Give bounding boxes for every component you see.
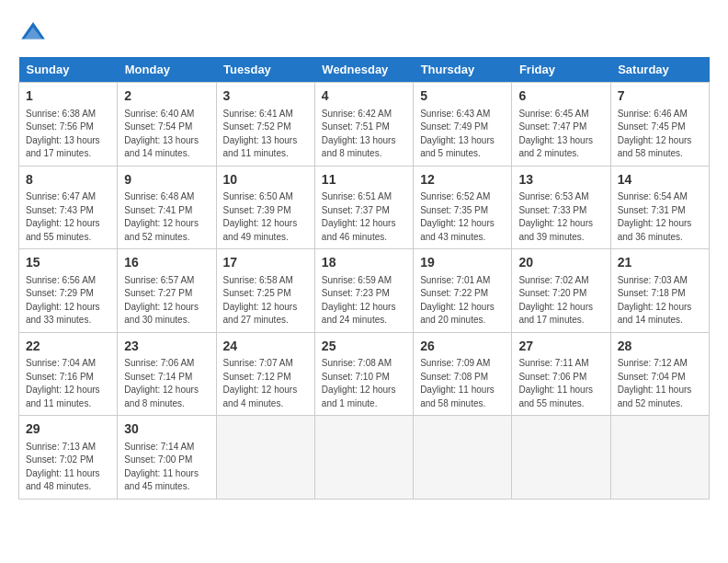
calendar-cell: 10Sunrise: 6:50 AMSunset: 7:39 PMDayligh…	[216, 166, 314, 249]
day-number: 20	[518, 254, 603, 272]
day-info: Sunrise: 6:43 AMSunset: 7:49 PMDaylight:…	[420, 108, 505, 161]
logo	[18, 18, 51, 48]
day-info: Sunrise: 6:42 AMSunset: 7:51 PMDaylight:…	[322, 108, 406, 161]
day-number: 10	[223, 171, 308, 190]
calendar-cell	[314, 416, 413, 500]
calendar-cell	[414, 416, 512, 500]
day-info: Sunrise: 7:14 AMSunset: 7:00 PMDaylight:…	[124, 441, 209, 494]
calendar-cell: 5Sunrise: 6:43 AMSunset: 7:49 PMDaylight…	[414, 83, 512, 167]
day-number: 21	[618, 254, 702, 272]
day-number: 27	[518, 338, 603, 356]
calendar-cell: 12Sunrise: 6:52 AMSunset: 7:35 PMDayligh…	[414, 166, 512, 249]
day-info: Sunrise: 7:06 AMSunset: 7:14 PMDaylight:…	[124, 357, 209, 410]
weekday-header-wednesday: Wednesday	[314, 57, 413, 83]
day-number: 18	[322, 254, 406, 272]
day-number: 2	[124, 87, 209, 106]
day-number: 9	[124, 171, 209, 190]
day-info: Sunrise: 6:56 AMSunset: 7:29 PMDaylight:…	[26, 274, 110, 327]
day-number: 11	[322, 171, 406, 190]
calendar-cell: 28Sunrise: 7:12 AMSunset: 7:04 PMDayligh…	[610, 332, 709, 416]
day-info: Sunrise: 6:59 AMSunset: 7:23 PMDaylight:…	[322, 274, 406, 327]
day-number: 12	[420, 171, 505, 190]
calendar-cell: 7Sunrise: 6:46 AMSunset: 7:45 PMDaylight…	[610, 83, 709, 167]
day-number: 29	[26, 420, 110, 439]
day-info: Sunrise: 6:58 AMSunset: 7:25 PMDaylight:…	[223, 274, 308, 327]
day-number: 15	[26, 254, 110, 272]
day-number: 1	[26, 87, 110, 106]
day-number: 17	[223, 254, 308, 272]
calendar-cell: 25Sunrise: 7:08 AMSunset: 7:10 PMDayligh…	[314, 332, 413, 416]
calendar-cell: 3Sunrise: 6:41 AMSunset: 7:52 PMDaylight…	[216, 83, 314, 167]
calendar-cell: 24Sunrise: 7:07 AMSunset: 7:12 PMDayligh…	[216, 332, 314, 416]
calendar-week-4: 22Sunrise: 7:04 AMSunset: 7:16 PMDayligh…	[19, 332, 710, 416]
calendar-cell: 29Sunrise: 7:13 AMSunset: 7:02 PMDayligh…	[19, 416, 118, 500]
calendar-cell: 17Sunrise: 6:58 AMSunset: 7:25 PMDayligh…	[216, 249, 314, 333]
calendar-cell: 11Sunrise: 6:51 AMSunset: 7:37 PMDayligh…	[314, 166, 413, 249]
day-number: 3	[223, 87, 308, 106]
day-info: Sunrise: 6:40 AMSunset: 7:54 PMDaylight:…	[124, 108, 209, 161]
calendar-week-1: 1Sunrise: 6:38 AMSunset: 7:56 PMDaylight…	[19, 83, 710, 167]
calendar-cell: 1Sunrise: 6:38 AMSunset: 7:56 PMDaylight…	[19, 83, 118, 167]
calendar-cell: 23Sunrise: 7:06 AMSunset: 7:14 PMDayligh…	[118, 332, 216, 416]
weekday-header-sunday: Sunday	[19, 57, 118, 83]
day-info: Sunrise: 6:38 AMSunset: 7:56 PMDaylight:…	[26, 108, 110, 161]
calendar-cell: 19Sunrise: 7:01 AMSunset: 7:22 PMDayligh…	[414, 249, 512, 333]
calendar-cell	[610, 416, 709, 500]
calendar-cell	[216, 416, 314, 500]
day-number: 7	[618, 87, 702, 106]
day-number: 5	[420, 87, 505, 106]
day-number: 25	[322, 338, 406, 356]
calendar-week-2: 8Sunrise: 6:47 AMSunset: 7:43 PMDaylight…	[19, 166, 710, 249]
calendar-cell: 20Sunrise: 7:02 AMSunset: 7:20 PMDayligh…	[512, 249, 610, 333]
calendar-cell: 2Sunrise: 6:40 AMSunset: 7:54 PMDaylight…	[118, 83, 216, 167]
weekday-header-monday: Monday	[118, 57, 216, 83]
day-number: 28	[618, 338, 702, 356]
day-info: Sunrise: 6:51 AMSunset: 7:37 PMDaylight:…	[322, 190, 406, 244]
day-info: Sunrise: 6:46 AMSunset: 7:45 PMDaylight:…	[618, 108, 702, 161]
weekday-header-tuesday: Tuesday	[216, 57, 314, 83]
day-info: Sunrise: 6:57 AMSunset: 7:27 PMDaylight:…	[124, 274, 209, 327]
day-info: Sunrise: 7:07 AMSunset: 7:12 PMDaylight:…	[223, 357, 308, 410]
day-info: Sunrise: 6:45 AMSunset: 7:47 PMDaylight:…	[518, 108, 603, 161]
day-info: Sunrise: 7:13 AMSunset: 7:02 PMDaylight:…	[26, 441, 110, 494]
calendar-cell: 18Sunrise: 6:59 AMSunset: 7:23 PMDayligh…	[314, 249, 413, 333]
day-number: 14	[618, 171, 702, 190]
calendar-cell: 8Sunrise: 6:47 AMSunset: 7:43 PMDaylight…	[19, 166, 118, 249]
day-number: 16	[124, 254, 209, 272]
calendar-week-3: 15Sunrise: 6:56 AMSunset: 7:29 PMDayligh…	[19, 249, 710, 333]
page-header	[18, 18, 710, 48]
calendar-cell: 27Sunrise: 7:11 AMSunset: 7:06 PMDayligh…	[512, 332, 610, 416]
day-info: Sunrise: 7:04 AMSunset: 7:16 PMDaylight:…	[26, 357, 110, 410]
day-number: 24	[223, 338, 308, 356]
day-number: 26	[420, 338, 505, 356]
day-info: Sunrise: 7:02 AMSunset: 7:20 PMDaylight:…	[518, 274, 603, 327]
day-info: Sunrise: 6:48 AMSunset: 7:41 PMDaylight:…	[124, 190, 209, 244]
day-number: 8	[26, 171, 110, 190]
day-info: Sunrise: 6:52 AMSunset: 7:35 PMDaylight:…	[420, 190, 505, 244]
day-info: Sunrise: 6:47 AMSunset: 7:43 PMDaylight:…	[26, 190, 110, 244]
calendar-cell: 14Sunrise: 6:54 AMSunset: 7:31 PMDayligh…	[610, 166, 709, 249]
day-number: 30	[124, 420, 209, 439]
calendar-cell	[512, 416, 610, 500]
calendar-cell: 22Sunrise: 7:04 AMSunset: 7:16 PMDayligh…	[19, 332, 118, 416]
day-info: Sunrise: 7:03 AMSunset: 7:18 PMDaylight:…	[618, 274, 702, 327]
day-number: 19	[420, 254, 505, 272]
day-info: Sunrise: 7:12 AMSunset: 7:04 PMDaylight:…	[618, 357, 702, 410]
day-number: 4	[322, 87, 406, 106]
weekday-header-saturday: Saturday	[610, 57, 709, 83]
day-info: Sunrise: 7:11 AMSunset: 7:06 PMDaylight:…	[518, 357, 603, 410]
day-info: Sunrise: 6:50 AMSunset: 7:39 PMDaylight:…	[223, 190, 308, 244]
day-number: 23	[124, 338, 209, 356]
day-number: 13	[518, 171, 603, 190]
day-number: 6	[518, 87, 603, 106]
day-info: Sunrise: 7:01 AMSunset: 7:22 PMDaylight:…	[420, 274, 505, 327]
calendar-cell: 6Sunrise: 6:45 AMSunset: 7:47 PMDaylight…	[512, 83, 610, 167]
day-info: Sunrise: 7:09 AMSunset: 7:08 PMDaylight:…	[420, 357, 505, 410]
calendar-cell: 4Sunrise: 6:42 AMSunset: 7:51 PMDaylight…	[314, 83, 413, 167]
calendar-week-5: 29Sunrise: 7:13 AMSunset: 7:02 PMDayligh…	[19, 416, 710, 500]
day-number: 22	[26, 338, 110, 356]
day-info: Sunrise: 6:41 AMSunset: 7:52 PMDaylight:…	[223, 108, 308, 161]
calendar-cell: 30Sunrise: 7:14 AMSunset: 7:00 PMDayligh…	[118, 416, 216, 500]
calendar-table: SundayMondayTuesdayWednesdayThursdayFrid…	[18, 57, 710, 500]
weekday-header-row: SundayMondayTuesdayWednesdayThursdayFrid…	[19, 57, 710, 83]
